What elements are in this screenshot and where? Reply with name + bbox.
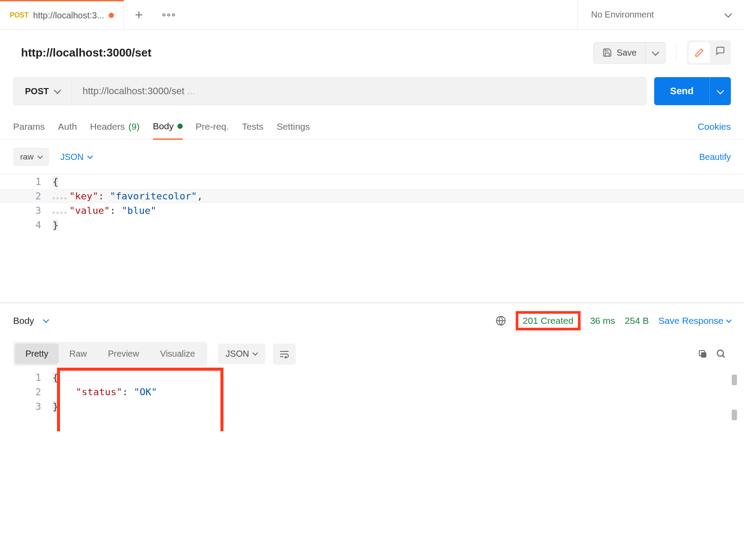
code-token: } — [53, 220, 58, 230]
view-visualize[interactable]: Visualize — [149, 344, 205, 364]
send-button-label: Send — [670, 85, 694, 96]
chevron-down-icon — [253, 350, 259, 356]
divider — [676, 44, 677, 61]
save-icon — [602, 48, 612, 57]
response-format-select[interactable]: JSON — [218, 344, 265, 364]
code-token: "status" — [76, 386, 122, 397]
chevron-down-icon — [652, 48, 659, 56]
response-status: 201 Created — [523, 315, 574, 326]
chevron-down-icon — [726, 317, 732, 323]
chevron-down-icon — [717, 87, 724, 94]
save-button-label: Save — [616, 48, 637, 58]
scrollbar-thumb[interactable] — [732, 410, 737, 420]
highlight-annotation: 201 Created — [516, 311, 581, 330]
tab-headers-label: Headers — [90, 121, 125, 132]
line-number: 2 — [0, 385, 53, 399]
chevron-down-icon — [37, 153, 43, 159]
save-response-label: Save Response — [659, 315, 723, 326]
code-token: "value" — [69, 205, 110, 216]
code-token: { — [53, 372, 58, 383]
tab-title: http://localhost:3... — [33, 11, 104, 21]
copy-response-button[interactable] — [698, 349, 708, 359]
copy-icon — [698, 349, 708, 359]
tab-headers[interactable]: Headers (9) — [90, 121, 140, 139]
save-button[interactable]: Save — [593, 42, 646, 64]
response-body-viewer[interactable]: 1 { 2 "status": "OK" 3 } — [0, 370, 744, 414]
response-body-label: Body — [13, 315, 34, 326]
svg-point-2 — [172, 14, 174, 16]
code-token: } — [53, 401, 58, 412]
comment-button[interactable] — [710, 40, 731, 61]
request-body-editor[interactable]: 1 { 2 "key": "favoritecolor", 3 "value":… — [0, 174, 744, 303]
wrap-icon — [279, 350, 290, 358]
plus-icon — [135, 11, 143, 19]
chevron-down-icon — [87, 153, 93, 159]
body-options-row: raw JSON Beautify — [0, 140, 744, 174]
edit-button[interactable] — [689, 42, 710, 63]
line-number: 3 — [0, 399, 53, 414]
svg-rect-4 — [701, 352, 706, 358]
line-number: 1 — [0, 174, 53, 189]
response-format-value: JSON — [226, 349, 249, 359]
tab-body[interactable]: Body — [153, 121, 183, 140]
tab-tests[interactable]: Tests — [242, 121, 263, 139]
pencil-icon — [694, 48, 704, 57]
tab-settings[interactable]: Settings — [276, 121, 310, 139]
tab-body-label: Body — [153, 121, 174, 131]
save-response-button[interactable]: Save Response — [659, 315, 731, 326]
code-token: "favoritecolor" — [110, 191, 197, 202]
response-time: 36 ms — [590, 315, 615, 326]
cookies-link[interactable]: Cookies — [698, 121, 731, 139]
body-active-dot-icon — [177, 124, 183, 129]
environment-label: No Environment — [591, 10, 654, 20]
ellipsis-icon — [162, 13, 175, 17]
svg-point-0 — [163, 14, 165, 16]
comment-icon — [716, 46, 725, 56]
method-select[interactable]: POST — [14, 78, 72, 105]
response-header: Body 201 Created 36 ms 254 B Save Respon… — [0, 303, 744, 338]
line-number: 1 — [0, 370, 53, 385]
network-icon[interactable] — [496, 315, 506, 326]
search-response-button[interactable] — [716, 349, 726, 359]
response-view-tabs: Pretty Raw Preview Visualize JSON — [0, 338, 744, 366]
indent-guide-icon — [53, 197, 67, 199]
wrap-lines-button[interactable] — [273, 344, 296, 365]
body-format-select[interactable]: JSON — [60, 152, 92, 162]
indent-guide-icon — [53, 212, 67, 214]
view-preview[interactable]: Preview — [97, 344, 149, 364]
request-title: http://localhost:3000/set — [21, 46, 593, 60]
tab-params[interactable]: Params — [13, 121, 45, 139]
svg-point-6 — [717, 350, 723, 356]
code-token: "key" — [69, 191, 98, 202]
tab-overflow-button[interactable] — [154, 0, 184, 29]
view-pretty[interactable]: Pretty — [15, 344, 59, 364]
environment-selector[interactable]: No Environment — [577, 0, 744, 29]
tab-auth[interactable]: Auth — [58, 121, 77, 139]
body-mode-select[interactable]: raw — [13, 148, 49, 166]
url-box: POST http://localhost:3000/set... — [13, 77, 646, 105]
save-dropdown-button[interactable] — [646, 42, 666, 64]
request-tab[interactable]: POST http://localhost:3... — [0, 0, 124, 29]
new-tab-button[interactable] — [124, 0, 154, 29]
request-tabs: Params Auth Headers (9) Body Pre-req. Te… — [0, 115, 744, 140]
url-input-value: http://localhost:3000/set — [82, 85, 184, 97]
method-select-value: POST — [25, 86, 49, 96]
send-button[interactable]: Send — [654, 77, 709, 105]
send-dropdown-button[interactable] — [709, 77, 731, 105]
beautify-button[interactable]: Beautify — [699, 152, 731, 162]
chevron-down-icon[interactable] — [43, 317, 49, 323]
code-token: "OK" — [134, 386, 157, 397]
view-raw[interactable]: Raw — [59, 344, 97, 364]
line-number: 2 — [0, 189, 53, 203]
line-number: 3 — [0, 203, 53, 218]
tab-method-badge: POST — [10, 11, 29, 19]
body-mode-value: raw — [20, 152, 34, 162]
scrollbar-thumb[interactable] — [732, 375, 737, 385]
url-input[interactable]: http://localhost:3000/set... — [72, 78, 646, 105]
unsaved-dot-icon — [109, 13, 114, 18]
url-row: POST http://localhost:3000/set... Send — [0, 75, 744, 115]
tab-prereq[interactable]: Pre-req. — [196, 121, 229, 139]
line-number: 4 — [0, 218, 53, 232]
search-icon — [716, 349, 726, 359]
tab-bar: POST http://localhost:3... No Environmen… — [0, 0, 744, 30]
